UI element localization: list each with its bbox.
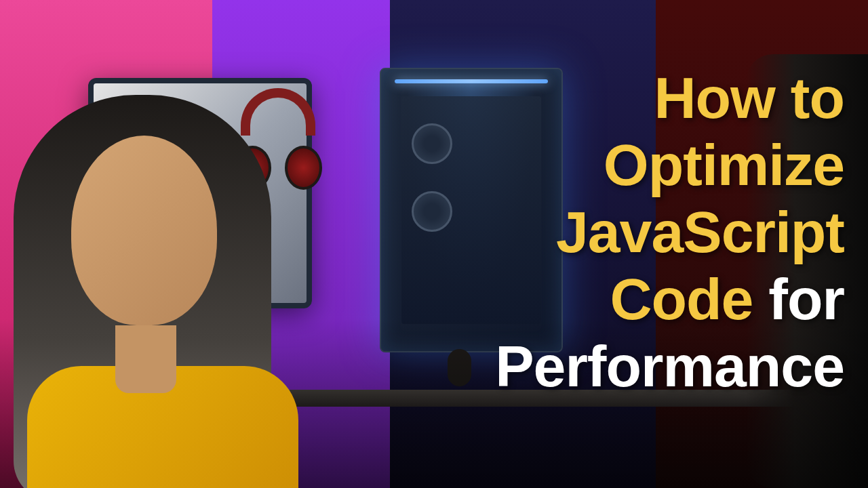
- thumbnail-title: How to Optimize JavaScript Code for Perf…: [410, 64, 844, 399]
- video-thumbnail: How to Optimize JavaScript Code for Perf…: [0, 0, 868, 488]
- title-line-1: How to: [410, 64, 844, 131]
- presenter-figure: [0, 54, 339, 488]
- title-word-code: Code: [610, 266, 753, 331]
- title-line-3: JavaScript: [410, 199, 844, 266]
- title-line-2: Optimize: [410, 131, 844, 199]
- presenter-neck: [115, 325, 176, 393]
- title-line-4: Code for: [410, 266, 844, 333]
- title-line-5: Performance: [410, 333, 844, 400]
- presenter-face: [71, 136, 217, 325]
- title-word-for: for: [768, 266, 844, 331]
